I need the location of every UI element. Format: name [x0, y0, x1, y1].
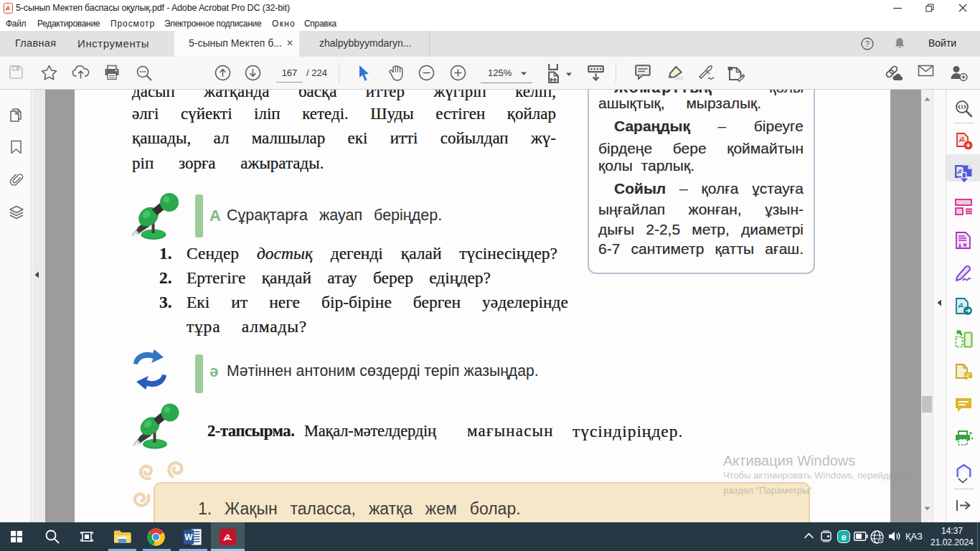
svg-text:W: W	[184, 532, 193, 542]
svg-text:e: e	[841, 532, 846, 542]
svg-text:?: ?	[865, 39, 870, 48]
